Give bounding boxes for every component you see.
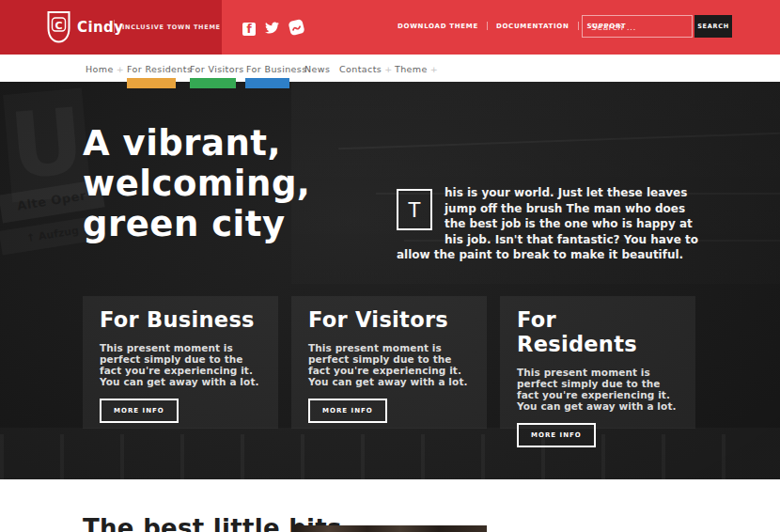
nav-item-home[interactable]: Home+: [86, 64, 124, 74]
feature-cards: For Business This present moment is perf…: [83, 296, 695, 429]
card-text: This present moment is perfect simply du…: [517, 367, 679, 412]
envato-icon[interactable]: [287, 17, 308, 41]
search-input[interactable]: [582, 15, 693, 38]
hero-dropcap: T: [397, 189, 432, 230]
more-info-button[interactable]: MORE INFO: [100, 399, 179, 423]
nav-item-for-business[interactable]: For Business: [246, 64, 307, 74]
dropdown-plus-icon: +: [430, 64, 438, 74]
dropdown-plus-icon: +: [384, 64, 392, 74]
more-info-button[interactable]: MORE INFO: [308, 399, 387, 423]
nav-underline-for-residents: [127, 78, 176, 88]
hero-section: U Alte Oper ↑ Aufzug A vibrant, welcomin…: [0, 82, 780, 479]
card-for-residents: For Residents This present moment is per…: [500, 296, 695, 429]
hero-intro: T his is your world. Just let these leav…: [397, 185, 703, 263]
nav-item-news[interactable]: News: [304, 64, 330, 74]
shield-icon: C: [46, 30, 71, 48]
card-text: This present moment is perfect simply du…: [308, 342, 470, 387]
facebook-icon[interactable]: f: [242, 23, 256, 36]
brand-logo[interactable]: C: [46, 10, 71, 44]
card-for-business: For Business This present moment is perf…: [83, 296, 278, 429]
brand-name[interactable]: Cindy: [77, 19, 123, 36]
hero-paragraph: his is your world. Just let these leaves…: [397, 186, 698, 261]
nav-item-contacts[interactable]: Contacts+: [339, 64, 393, 74]
download-theme-link[interactable]: DOWNLOAD THEME: [398, 23, 478, 30]
dropdown-plus-icon: +: [117, 64, 124, 74]
metro-u-sign: U: [3, 88, 91, 203]
card-title: For Residents: [517, 307, 679, 356]
next-section: The best little bits: [0, 479, 780, 532]
card-for-visitors: For Visitors This present moment is perf…: [291, 296, 487, 429]
brand-tagline: INCLUSIVE TOWN THEME: [122, 23, 221, 31]
nav-item-for-visitors[interactable]: For Visitors: [190, 64, 244, 74]
nav-underline-for-visitors: [190, 78, 236, 88]
search-button[interactable]: SEARCH: [694, 15, 732, 38]
documentation-link[interactable]: DOCUMENTATION: [496, 23, 569, 30]
svg-text:C: C: [55, 20, 62, 32]
nav-item-for-residents[interactable]: For Residents: [127, 64, 192, 74]
nav-underline-for-business: [245, 78, 289, 88]
social-links: f: [242, 19, 305, 39]
hero-photo-detail: [338, 133, 780, 149]
page: C Cindy INCLUSIVE TOWN THEME f DOWNLOAD …: [0, 0, 780, 532]
card-title: For Visitors: [308, 307, 470, 332]
next-section-photo[interactable]: [294, 525, 487, 532]
hero-heading: A vibrant, welcoming, green city: [83, 123, 310, 244]
brand-separator: [114, 20, 115, 33]
more-info-button[interactable]: MORE INFO: [517, 423, 596, 447]
link-separator: [578, 22, 579, 30]
top-bar: C Cindy INCLUSIVE TOWN THEME f DOWNLOAD …: [0, 0, 780, 55]
card-title: For Business: [100, 307, 261, 332]
card-text: This present moment is perfect simply du…: [100, 342, 261, 387]
twitter-icon[interactable]: [264, 21, 280, 39]
nav-item-theme[interactable]: Theme+: [395, 64, 438, 74]
link-separator: [487, 22, 488, 30]
main-navigation: Home+ For Residents For Visitors For Bus…: [0, 55, 780, 82]
